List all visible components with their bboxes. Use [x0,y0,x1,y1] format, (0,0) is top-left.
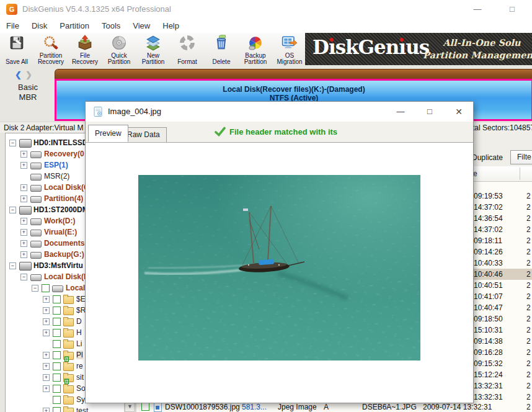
dialog-maximize-button[interactable]: □ [415,102,444,122]
tree-checkbox[interactable] [53,329,61,337]
collapse-icon[interactable]: − [9,140,16,146]
next-column-fragment: 2 [526,259,531,267]
backup-partition-icon [239,35,272,52]
folder-icon [63,318,74,326]
window-title: DiskGenius V5.4.3.1325 x64 Professional [22,4,171,14]
menu-item-view[interactable]: View [126,21,156,30]
tree-checkbox[interactable] [53,362,61,370]
expand-icon[interactable]: + [20,195,27,202]
folder-icon [63,329,74,338]
expand-icon[interactable]: + [43,296,50,303]
tree-checkbox[interactable] [42,284,50,292]
format-button[interactable]: Format [171,34,204,65]
tree-item-test[interactable]: +test [6,405,133,412]
file-time-fragment: 15:12:24 [474,370,503,379]
next-column-fragment: 2 [526,382,531,390]
tree-checkbox[interactable] [53,374,61,382]
expand-icon[interactable]: + [43,352,50,359]
tree-item-label: HD1:ST2000DM [33,205,89,214]
tree-item-label: Local Disk(C [44,183,89,192]
file-time-fragment: 09:19:53 [474,192,503,200]
tree-checkbox[interactable] [53,295,61,303]
window-minimize-button[interactable]: — [464,0,491,19]
format-icon [171,35,204,52]
folder-icon [63,396,74,405]
tree-checkbox[interactable] [53,396,61,404]
expand-icon[interactable]: + [20,251,27,258]
next-column-fragment: 2 [526,403,531,411]
folder-icon [63,296,74,304]
collapse-icon[interactable]: − [9,207,16,213]
partition-icon [30,241,42,248]
dialog-title-bar[interactable]: Image_004.jpg — □ ✕ [86,102,473,122]
save-all-icon [0,35,33,52]
hard-disk-icon [19,262,32,271]
nav-back-icon[interactable]: ❮ [15,70,22,79]
column-divider[interactable] [520,168,520,180]
expand-icon[interactable]: + [20,162,27,169]
duplicate-label[interactable]: Duplicate [472,153,503,162]
os-migration-button[interactable]: OS Migration [273,34,306,65]
file-time-fragment: 09:14:26 [474,248,503,256]
folder-icon [63,341,74,349]
expand-icon[interactable]: + [43,329,50,336]
hard-disk-icon [19,206,32,215]
file-list-row-visible[interactable]: DSW10001879536.jpg 581.3... Jpeg Image A… [136,402,532,412]
title-bar: G DiskGenius V5.4.3.1325 x64 Professiona… [0,0,532,19]
next-column-fragment: 2 [526,225,531,234]
banner-brand: DıskGenıus [313,36,429,58]
collapse-icon[interactable]: − [20,274,27,280]
file-time-fragment: 14:37:02 [474,203,503,212]
file-attr: A [324,403,329,411]
tab-preview[interactable]: Preview [88,125,128,142]
tree-checkbox[interactable] [53,407,61,412]
menu-item-file[interactable]: File [0,21,25,30]
expand-icon[interactable]: + [20,229,27,236]
expand-icon[interactable]: + [43,307,50,314]
save-all-button[interactable]: Save All [0,34,33,65]
new-partition-button[interactable]: New Partition [136,34,170,65]
expand-icon[interactable]: + [43,363,50,370]
expand-icon[interactable]: + [20,218,27,225]
expand-icon[interactable]: + [20,240,27,247]
file-checkbox[interactable] [141,403,149,411]
toolbar-button-label: File Recovery [68,52,102,65]
tree-checkbox[interactable] [53,307,61,315]
nav-forward-icon[interactable]: ❯ [25,70,32,79]
next-column-fragment: 2 [526,192,531,200]
menu-item-partition[interactable]: Partition [53,21,95,30]
dialog-minimize-button[interactable]: — [386,102,415,122]
filter-button[interactable]: Filte [510,150,532,164]
expand-icon[interactable]: + [20,184,27,191]
partition-icon [30,151,42,158]
expand-icon[interactable]: + [43,318,50,325]
file-header-status-text: File header matched with its [229,127,337,137]
dialog-close-button[interactable]: ✕ [445,102,473,122]
tree-checkbox[interactable] [53,340,61,348]
menu-item-tools[interactable]: Tools [95,21,126,30]
expand-icon[interactable]: + [43,385,50,392]
expand-icon[interactable]: + [43,374,50,381]
tree-checkbox[interactable] [53,385,61,393]
partition-table-type-label: Basic MBR [10,83,46,102]
collapse-icon[interactable]: − [32,285,38,292]
diskgenius-window: G DiskGenius V5.4.3.1325 x64 Professiona… [0,0,532,412]
toolbar-button-label: Format [171,52,204,65]
expand-icon[interactable]: + [43,408,50,412]
file-header-status: File header matched with its [215,127,337,137]
tree-checkbox[interactable] [53,318,61,326]
file-recovery-button[interactable]: File Recovery [68,34,102,65]
backup-partition-button[interactable]: Backup Partition [239,34,272,65]
partition-recovery-button[interactable]: Partition Recovery [34,34,68,65]
menu-item-help[interactable]: Help [156,21,185,30]
collapse-icon[interactable]: − [9,262,16,269]
tree-item-label: MSR(2) [44,172,69,181]
delete-button[interactable]: Delete [205,34,238,65]
expand-icon[interactable]: + [20,151,27,158]
tree-checkbox[interactable] [53,351,61,359]
file-preview-icon [94,107,103,117]
menu-item-disk[interactable]: Disk [25,21,53,30]
quick-partition-button[interactable]: Quick Partition [102,34,136,65]
window-maximize-button[interactable]: □ [499,0,526,19]
tree-item-label: test [76,406,88,412]
